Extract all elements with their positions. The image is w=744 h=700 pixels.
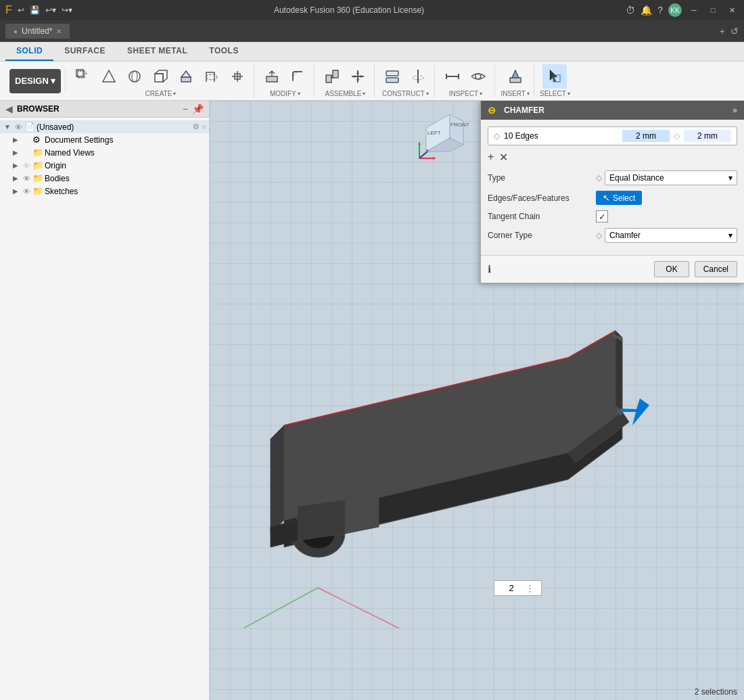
edges-faces-value: ↖ Select	[596, 191, 737, 205]
expand-sketches-icon[interactable]: ▶	[11, 187, 20, 195]
create-box-btn[interactable]	[148, 64, 172, 89]
create-extrude-btn[interactable]	[174, 64, 198, 89]
select-btn[interactable]	[542, 64, 567, 89]
tree-item-origin[interactable]: ▶ 👁 📁 Origin	[0, 159, 209, 172]
construct-offset-plane-btn[interactable]	[380, 64, 404, 89]
minimize-btn[interactable]: ─	[687, 3, 701, 17]
svg-rect-12	[326, 75, 331, 83]
undo-history-btn[interactable]: ↩▾	[45, 5, 56, 15]
create-form-btn[interactable]	[122, 64, 147, 89]
modify-label[interactable]: MODIFY▾	[270, 90, 300, 97]
chamfer-value1-input[interactable]	[622, 130, 670, 142]
active-document-tab[interactable]: ● Untitled* ✕	[5, 24, 70, 39]
value-separator-icon: ◇	[674, 131, 680, 141]
modify-press-pull-btn[interactable]	[260, 64, 284, 89]
browser-collapse-icon[interactable]: ◀	[5, 103, 13, 114]
new-tab-btn[interactable]: +	[720, 26, 725, 37]
view-cube[interactable]: FRONT LEFT	[413, 108, 470, 165]
notifications-icon[interactable]: 🔔	[641, 5, 652, 16]
type-dropdown[interactable]: Equal Distance ▾	[605, 170, 737, 185]
vis-bodies-icon[interactable]: 👁	[22, 174, 31, 183]
expand-doc-settings-icon[interactable]: ▶	[11, 136, 20, 143]
tab-tools[interactable]: TOOLS	[198, 42, 250, 61]
save-btn[interactable]: 💾	[30, 5, 40, 15]
tree-item-named-views[interactable]: ▶ 📁 Named Views	[0, 146, 209, 159]
redo-history-btn[interactable]: ↪▾	[62, 5, 72, 15]
construct-label[interactable]: CONSTRUCT▾	[382, 90, 429, 97]
add-selection-btn[interactable]: +	[488, 151, 494, 164]
create-sketch-btn[interactable]	[97, 64, 121, 89]
undo-btn[interactable]: ↩	[18, 5, 24, 15]
tab-solid[interactable]: SOLID	[5, 42, 53, 61]
vis-origin-icon[interactable]: 👁	[22, 162, 31, 170]
ok-button[interactable]: OK	[654, 261, 689, 277]
svg-rect-20	[386, 71, 398, 76]
svg-marker-54	[433, 157, 436, 160]
tangent-chain-checkbox[interactable]: ✓	[596, 210, 608, 223]
chamfer-value2-input[interactable]	[684, 130, 731, 142]
assemble-label[interactable]: ASSEMBLE▾	[325, 90, 366, 97]
tab-close-icon[interactable]: ✕	[56, 28, 62, 35]
type-field-row: Type ◇ Equal Distance ▾	[488, 170, 737, 185]
browser-pin-btn[interactable]: 📌	[192, 103, 204, 114]
browser-title: BROWSER	[17, 104, 179, 114]
insert-label[interactable]: INSERT▾	[501, 90, 530, 97]
floating-value-input[interactable]: 2 ⋮	[494, 580, 542, 596]
tree-item-doc-settings[interactable]: ▶ ⚙ Document Settings	[0, 133, 209, 146]
svg-marker-9	[181, 71, 191, 77]
help-icon[interactable]: ?	[657, 5, 663, 16]
floating-dots-icon[interactable]: ⋮	[526, 583, 534, 593]
edges-faces-features-row: Edges/Faces/Features ↖ Select	[488, 191, 737, 205]
create-label[interactable]: CREATE▾	[145, 90, 177, 97]
root-actions-icon[interactable]: ⚙ ○	[193, 122, 206, 131]
expand-origin-icon[interactable]: ▶	[11, 162, 20, 169]
expand-root-icon[interactable]: ▼	[3, 123, 12, 131]
chamfer-footer: ℹ OK Cancel	[481, 255, 744, 283]
assemble-joint-btn[interactable]	[320, 64, 344, 89]
corner-type-dropdown[interactable]: Chamfer ▾	[605, 228, 737, 243]
insert-btn[interactable]	[503, 64, 528, 89]
user-avatar[interactable]: KK	[668, 3, 682, 17]
info-icon[interactable]: ℹ	[488, 264, 491, 275]
construct-axis-btn[interactable]	[406, 64, 430, 89]
tab-controls: + ↺	[720, 26, 739, 37]
vis-sketches-icon[interactable]: 👁	[22, 187, 31, 195]
close-btn[interactable]: ✕	[725, 3, 739, 17]
inspect-display-btn[interactable]	[466, 64, 490, 89]
inspect-measure-btn[interactable]	[440, 64, 465, 89]
create-move-btn[interactable]	[225, 64, 250, 89]
assemble-move-btn[interactable]	[346, 64, 370, 89]
create-new-component-btn[interactable]: +	[71, 64, 95, 89]
vis-root-icon[interactable]: 👁	[14, 123, 23, 131]
viewport[interactable]: FRONT LEFT 2 ⋮ ⊖ CHAMFER »	[210, 101, 744, 700]
chamfer-body: ◇ 10 Edges ◇ + ✕ Type ◇	[481, 120, 744, 255]
cancel-button[interactable]: Cancel	[695, 261, 737, 277]
tree-item-bodies[interactable]: ▶ 👁 📁 Bodies	[0, 172, 209, 185]
expand-bodies-icon[interactable]: ▶	[11, 174, 20, 182]
floating-value[interactable]: 2	[501, 583, 521, 593]
tab-sheet-metal[interactable]: SHEET METAL	[116, 42, 198, 61]
design-btn[interactable]: DESIGN ▾	[9, 69, 61, 93]
sketches-icon: 📁	[32, 186, 43, 196]
chamfer-expand-icon[interactable]: »	[733, 106, 737, 115]
edges-faces-label: Edges/Faces/Features	[488, 193, 596, 203]
root-label: (Unsaved)	[37, 122, 191, 132]
tool-groups: DESIGN ▾ +	[0, 62, 744, 100]
tab-surface[interactable]: SURFACE	[53, 42, 116, 61]
tree-item-root[interactable]: ▼ 👁 📄 (Unsaved) ⚙ ○	[0, 120, 209, 133]
history-icon[interactable]: ⏱	[626, 5, 635, 16]
chamfer-minus-icon[interactable]: ⊖	[488, 105, 496, 116]
svg-line-32	[243, 588, 318, 628]
remove-selection-btn[interactable]: ✕	[499, 151, 508, 164]
inspect-label[interactable]: INSPECT▾	[449, 90, 482, 97]
tangent-chain-value: ✓	[596, 210, 737, 223]
maximize-btn[interactable]: □	[706, 3, 720, 17]
tree-item-sketches[interactable]: ▶ 👁 📁 Sketches	[0, 185, 209, 197]
modify-fillet-btn[interactable]	[285, 64, 310, 89]
refresh-btn[interactable]: ↺	[730, 26, 739, 37]
expand-named-views-icon[interactable]: ▶	[11, 149, 20, 156]
select-button[interactable]: ↖ Select	[596, 191, 642, 205]
create-revolve-btn[interactable]	[200, 64, 224, 89]
select-label[interactable]: SELECT▾	[540, 90, 570, 97]
browser-minus-btn[interactable]: −	[183, 103, 188, 114]
